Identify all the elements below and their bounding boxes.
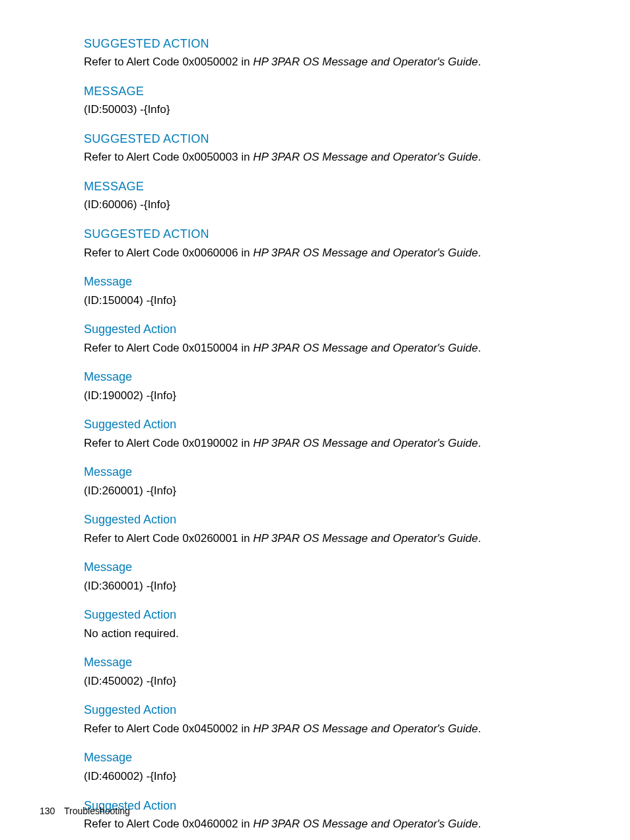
section-heading: Suggested Action: [84, 798, 587, 814]
section-body: (ID:50003) -{Info}: [84, 102, 587, 118]
section-heading: Message: [84, 179, 587, 194]
page-footer: 130 Troubleshooting: [40, 806, 130, 816]
body-text-pre: (ID:190002) -{Info}: [84, 389, 176, 402]
body-text-pre: Refer to Alert Code 0x0460002 in: [84, 818, 253, 830]
section-heading: Message: [84, 750, 587, 765]
page-number: 130: [40, 806, 55, 816]
body-text-pre: No action required.: [84, 627, 179, 640]
body-text-post: .: [478, 437, 481, 449]
body-text-post: .: [478, 722, 481, 735]
section-heading: Suggested Action: [84, 417, 587, 432]
section-body: Refer to Alert Code 0x0260001 in HP 3PAR…: [84, 531, 587, 547]
body-text-pre: Refer to Alert Code 0x0260001 in: [84, 532, 253, 545]
section-body: (ID:460002) -{Info}: [84, 769, 587, 785]
section-body: Refer to Alert Code 0x0050003 in HP 3PAR…: [84, 149, 587, 166]
body-text-emphasis: HP 3PAR OS Message and Operator's Guide: [253, 818, 478, 830]
section-body: (ID:450002) -{Info}: [84, 673, 587, 690]
body-text-pre: (ID:260001) -{Info}: [84, 484, 176, 497]
document-page: Suggested ActionRefer to Alert Code 0x00…: [0, 0, 630, 840]
body-text-pre: (ID:360001) -{Info}: [84, 580, 176, 592]
body-text-pre: Refer to Alert Code 0x0450002 in: [84, 722, 253, 735]
section-body: Refer to Alert Code 0x0060006 in HP 3PAR…: [84, 245, 587, 262]
body-text-post: .: [478, 818, 481, 830]
body-text-pre: (ID:50003) -{Info}: [84, 103, 170, 116]
section-body: Refer to Alert Code 0x0450002 in HP 3PAR…: [84, 721, 587, 738]
body-text-emphasis: HP 3PAR OS Message and Operator's Guide: [253, 56, 478, 68]
section-heading: Suggested Action: [84, 322, 587, 337]
body-text-pre: Refer to Alert Code 0x0150004 in: [84, 342, 253, 354]
section-heading: Suggested Action: [84, 36, 587, 52]
section-body: (ID:260001) -{Info}: [84, 483, 587, 500]
section-heading: Message: [84, 465, 587, 480]
body-text-pre: Refer to Alert Code 0x0060006 in: [84, 247, 253, 259]
section-body: No action required.: [84, 626, 587, 642]
body-text-emphasis: HP 3PAR OS Message and Operator's Guide: [253, 247, 478, 259]
body-text-post: .: [478, 56, 481, 68]
body-text-pre: Refer to Alert Code 0x0190002 in: [84, 437, 253, 449]
section-heading: Message: [84, 369, 587, 385]
body-text-pre: (ID:450002) -{Info}: [84, 675, 176, 687]
section-body: Refer to Alert Code 0x0150004 in HP 3PAR…: [84, 340, 587, 357]
section-heading: Suggested Action: [84, 227, 587, 242]
body-text-emphasis: HP 3PAR OS Message and Operator's Guide: [253, 722, 478, 735]
body-text-pre: Refer to Alert Code 0x0050003 in: [84, 151, 253, 163]
body-text-post: .: [478, 342, 481, 354]
body-text-pre: (ID:460002) -{Info}: [84, 770, 176, 783]
section-heading: Suggested Action: [84, 703, 587, 718]
section-heading: Message: [84, 84, 587, 99]
body-text-post: .: [478, 151, 481, 163]
section-heading: Message: [84, 274, 587, 289]
section-body: (ID:60006) -{Info}: [84, 197, 587, 213]
section-body: Refer to Alert Code 0x0050002 in HP 3PAR…: [84, 54, 587, 71]
body-text-emphasis: HP 3PAR OS Message and Operator's Guide: [253, 437, 478, 449]
body-text-emphasis: HP 3PAR OS Message and Operator's Guide: [253, 151, 478, 163]
body-text-pre: (ID:150004) -{Info}: [84, 294, 176, 307]
section-body: Refer to Alert Code 0x0190002 in HP 3PAR…: [84, 436, 587, 452]
body-text-pre: (ID:60006) -{Info}: [84, 198, 170, 211]
body-text-pre: Refer to Alert Code 0x0050002 in: [84, 56, 253, 68]
section-body: (ID:190002) -{Info}: [84, 388, 587, 404]
page-content: Suggested ActionRefer to Alert Code 0x00…: [63, 36, 587, 833]
body-text-emphasis: HP 3PAR OS Message and Operator's Guide: [253, 342, 478, 354]
body-text-emphasis: HP 3PAR OS Message and Operator's Guide: [253, 532, 478, 545]
section-body: (ID:150004) -{Info}: [84, 293, 587, 309]
section-heading: Suggested Action: [84, 132, 587, 147]
body-text-post: .: [478, 532, 481, 545]
section-body: (ID:360001) -{Info}: [84, 578, 587, 595]
section-heading: Suggested Action: [84, 607, 587, 623]
section-body: Refer to Alert Code 0x0460002 in HP 3PAR…: [84, 816, 587, 833]
section-heading: Message: [84, 560, 587, 575]
body-text-post: .: [478, 247, 481, 259]
footer-section: Troubleshooting: [64, 806, 130, 816]
section-heading: Message: [84, 655, 587, 670]
section-heading: Suggested Action: [84, 512, 587, 527]
